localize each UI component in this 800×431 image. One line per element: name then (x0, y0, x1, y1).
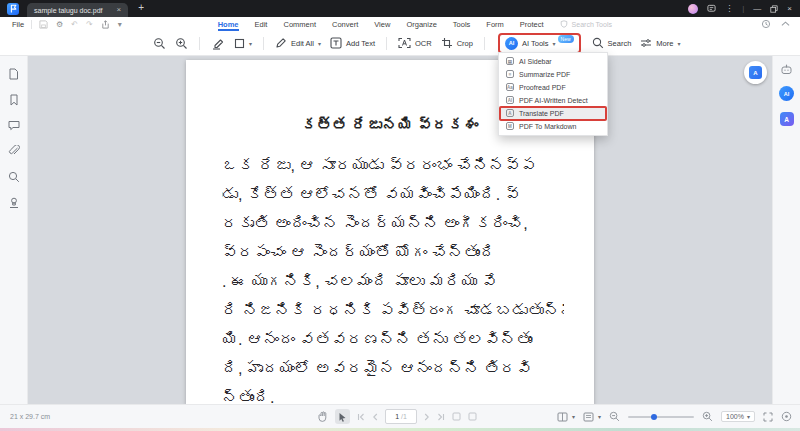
edit-all-button[interactable]: Edit All ▾ (275, 37, 321, 49)
zoom-slider-knob[interactable] (651, 414, 657, 420)
menu-item-summarize-pdf[interactable]: ≡ Summarize PDF (499, 68, 607, 81)
collapse-toolbar-icon[interactable] (781, 21, 790, 27)
document-line: రకృతి అందించిన సెందర్యన్ని అంగీకరించి, (222, 215, 564, 244)
document-tab[interactable]: sample talugu doc.pdf × (27, 3, 128, 17)
document-line: ది, హృదయంలో అవరమైన ఆనందన్ని తిరవి (222, 360, 564, 389)
zoom-level-select[interactable]: 100% ▾ (721, 411, 755, 422)
zoom-out-status-icon[interactable] (609, 411, 620, 422)
attachments-icon[interactable] (8, 145, 20, 157)
ocr-label: OCR (415, 39, 432, 48)
menu-item-ai-written-detect[interactable]: AI PDF AI-Written Detect (499, 94, 607, 107)
bookmarks-icon[interactable] (9, 94, 19, 106)
more-menu-icon[interactable]: ⋮ (725, 4, 733, 13)
search-tools[interactable]: Search Tools (560, 20, 612, 28)
more-button[interactable]: More ▾ (640, 38, 680, 48)
previous-page-icon[interactable] (372, 413, 378, 421)
summarize-icon: ≡ (506, 70, 514, 78)
page-translate-icon: A (749, 66, 762, 79)
history-icon[interactable] (761, 19, 771, 29)
search-panel-icon[interactable] (8, 171, 20, 183)
previous-view-icon[interactable] (452, 412, 461, 421)
edit-all-label: Edit All (291, 39, 314, 48)
restore-icon[interactable] (770, 5, 778, 13)
comments-icon[interactable] (8, 120, 20, 131)
search-button[interactable]: Search (592, 37, 632, 49)
save-icon[interactable] (39, 20, 48, 29)
highlighter-icon[interactable] (211, 37, 225, 50)
page-number-input[interactable]: 1 /1 (385, 409, 417, 424)
next-view-icon[interactable] (468, 412, 477, 421)
tab-edit[interactable]: Edit (255, 17, 268, 31)
quick-translate-float-button[interactable]: A (744, 61, 767, 84)
ai-assistant-robot-icon[interactable] (780, 64, 793, 75)
tab-form[interactable]: Form (486, 17, 504, 31)
new-badge: New (558, 35, 574, 43)
crop-button[interactable]: Crop (441, 37, 473, 49)
toolbar-divider (484, 37, 485, 50)
first-page-icon[interactable] (357, 413, 365, 421)
ai-tools-chevron-down-icon: ▾ (553, 40, 556, 47)
zoom-chevron-down-icon: ▾ (747, 413, 750, 420)
tab-tools[interactable]: Tools (453, 17, 471, 31)
zoom-in-icon[interactable] (175, 37, 188, 50)
close-tab-icon[interactable]: × (117, 6, 122, 14)
new-tab-button[interactable]: + (138, 2, 144, 13)
last-page-icon[interactable] (437, 413, 445, 421)
ocr-button[interactable]: OCR (398, 37, 432, 49)
menu-item-translate-pdf[interactable]: A Translate PDF (499, 107, 607, 120)
ai-detect-icon: AI (506, 96, 514, 104)
share-icon[interactable] (101, 20, 110, 29)
menu-item-ai-sidebar[interactable]: ▤ AI Sidebar (499, 55, 607, 68)
quickbar-chevron-down-icon[interactable]: ▾ (118, 20, 122, 29)
add-text-button[interactable]: Add Text (330, 37, 375, 49)
fit-screen-icon[interactable] (763, 412, 773, 422)
stamp-icon[interactable] (8, 197, 20, 209)
ai-sidebar-icon: ▤ (506, 57, 514, 65)
tab-home[interactable]: Home (218, 17, 239, 31)
right-panel-rail: AI A (772, 56, 800, 405)
menu-item-pdf-to-markdown[interactable]: M PDF To Markdown (499, 120, 607, 133)
undo-icon[interactable]: ↶ (71, 20, 78, 29)
close-window-icon[interactable]: × (787, 4, 792, 13)
tab-comment[interactable]: Comment (283, 17, 316, 31)
document-line: రి నిజనికి రధనికి పవిత్రంగ చూడబడుతున్న (222, 302, 564, 331)
zoom-in-status-icon[interactable] (702, 411, 713, 422)
reading-mode-button[interactable]: ▾ (583, 412, 601, 422)
reading-mode-chevron-down-icon: ▾ (598, 413, 601, 420)
toolbar: ▾ Edit All ▾ Add Text OCR Crop AI AI Too… (0, 31, 800, 56)
snapshot-icon[interactable] (781, 411, 792, 422)
ai-tools-button[interactable]: AI AI Tools ▾ New ▤ AI Sidebar ≡ Summari… (498, 33, 581, 54)
hand-tool-icon[interactable] (318, 411, 328, 422)
minimize-icon[interactable]: — (753, 4, 761, 13)
document-line: న్తుంది. (222, 389, 564, 405)
titlebar-divider: | (742, 4, 744, 13)
select-tool-button[interactable] (335, 409, 350, 424)
page-dimensions: 21 x 29.7 cm (10, 405, 50, 428)
translate-icon: A (506, 109, 514, 117)
toolbar-divider (263, 37, 264, 50)
thumbnails-icon[interactable] (8, 68, 19, 80)
file-menu[interactable]: File (12, 20, 24, 29)
menu-item-proofread-pdf[interactable]: Aa Proofread PDF (499, 81, 607, 94)
document-line: . ఈ యుగనికి, చలమంది పూలు మరియు వే (222, 273, 564, 302)
next-page-icon[interactable] (424, 413, 430, 421)
tab-view[interactable]: View (374, 17, 390, 31)
ai-sidebar-launcher-icon[interactable]: AI (779, 86, 794, 101)
zoom-slider[interactable] (628, 416, 694, 418)
tab-convert[interactable]: Convert (332, 17, 358, 31)
settings-gear-icon[interactable]: ⚙ (56, 20, 63, 29)
document-body: ఒక రేజు, ఆ సూరయుడు వ్రరంభం చేనినవ్ప ుడు,… (222, 157, 564, 405)
document-line: ుడు, కేత్త ఆలోచనతో వయవించిపేయింది. వ్ (222, 186, 564, 215)
redo-icon[interactable]: ↷ (86, 20, 93, 29)
translate-sidebar-icon[interactable]: A (780, 112, 794, 126)
feedback-icon[interactable] (707, 4, 716, 13)
search-tools-icon (560, 20, 568, 28)
more-label: More (656, 39, 673, 48)
user-avatar[interactable] (688, 4, 698, 14)
zoom-out-icon[interactable] (153, 37, 166, 50)
page-layout-button[interactable]: ▾ (557, 412, 575, 422)
tab-protect[interactable]: Protect (520, 17, 544, 31)
edit-all-chevron-down-icon: ▾ (318, 40, 321, 47)
shape-tool[interactable]: ▾ (234, 38, 252, 49)
tab-organize[interactable]: Organize (406, 17, 436, 31)
